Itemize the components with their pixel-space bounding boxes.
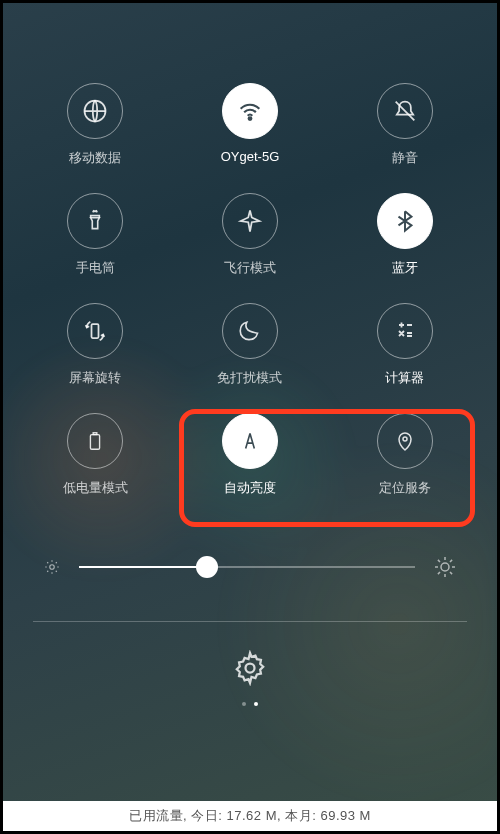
tile-bluetooth[interactable]: 蓝牙 [377,193,433,277]
tile-wifi[interactable]: OYget-5G [221,83,280,167]
moon-icon [222,303,278,359]
tile-label: 定位服务 [379,479,431,497]
brightness-slider-row [33,555,467,579]
bell-off-icon [377,83,433,139]
slider-thumb[interactable] [196,556,218,578]
usage-mid: , 本月: [277,808,320,823]
svg-point-1 [249,117,252,120]
quick-settings-panel: 移动数据 OYget-5G 静音 手电筒 飞行模式 [3,3,497,831]
page-indicator [33,702,467,706]
tile-airplane[interactable]: 飞行模式 [222,193,278,277]
svg-rect-3 [91,435,100,450]
tile-label: 屏幕旋转 [69,369,121,387]
flashlight-icon [67,193,123,249]
tile-label: 静音 [392,149,418,167]
location-icon [377,413,433,469]
tile-label: 手电筒 [76,259,115,277]
tile-label: 蓝牙 [392,259,418,277]
data-usage-bar: 已用流量, 今日: 17.62 M, 本月: 69.93 M [3,801,497,831]
tile-label: 低电量模式 [63,479,128,497]
globe-icon [67,83,123,139]
tile-location[interactable]: 定位服务 [377,413,433,497]
tile-flashlight[interactable]: 手电筒 [67,193,123,277]
tile-auto-brightness[interactable]: 自动亮度 [222,413,278,497]
usage-month: 69.93 M [320,808,370,823]
slider-fill [79,566,207,568]
svg-point-6 [50,565,55,570]
wifi-icon [222,83,278,139]
svg-rect-2 [92,324,99,338]
bluetooth-icon [377,193,433,249]
divider [33,621,467,622]
calculator-icon [377,303,433,359]
brightness-low-icon [43,558,61,576]
tile-label: OYget-5G [221,149,280,164]
tile-label: 计算器 [385,369,424,387]
tile-label: 移动数据 [69,149,121,167]
svg-rect-4 [93,433,97,435]
svg-point-5 [403,437,407,441]
tile-calculator[interactable]: 计算器 [377,303,433,387]
battery-icon [67,413,123,469]
brightness-slider[interactable] [79,566,415,568]
tile-rotation[interactable]: 屏幕旋转 [67,303,123,387]
auto-brightness-icon [222,413,278,469]
tile-label: 飞行模式 [224,259,276,277]
tile-dnd[interactable]: 免打扰模式 [217,303,282,387]
svg-point-7 [441,563,449,571]
tile-label: 免打扰模式 [217,369,282,387]
page-dot [242,702,246,706]
quick-settings-grid: 移动数据 OYget-5G 静音 手电筒 飞行模式 [33,83,467,497]
brightness-high-icon [433,555,457,579]
svg-point-8 [246,664,255,673]
airplane-icon [222,193,278,249]
page-dot-active [254,702,258,706]
tile-label: 自动亮度 [224,479,276,497]
usage-prefix: 已用流量, 今日: [129,808,226,823]
tile-silent[interactable]: 静音 [377,83,433,167]
usage-today: 17.62 M [227,808,277,823]
rotation-icon [67,303,123,359]
settings-button[interactable] [232,650,268,686]
tile-mobile-data[interactable]: 移动数据 [67,83,123,167]
tile-battery-saver[interactable]: 低电量模式 [63,413,128,497]
